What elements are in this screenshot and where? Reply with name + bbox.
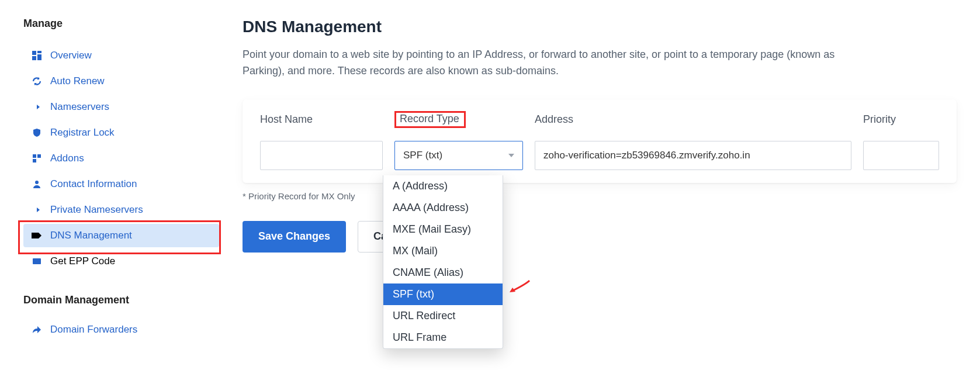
option-cname-alias[interactable]: CNAME (Alias) bbox=[383, 262, 503, 283]
main: DNS Management Point your domain to a we… bbox=[243, 18, 957, 344]
sidebar-item-label: Nameservers bbox=[50, 101, 109, 113]
header-record-type-highlight: Record Type bbox=[394, 111, 466, 128]
address-input[interactable] bbox=[535, 141, 851, 170]
header-priority: Priority bbox=[863, 113, 939, 126]
sidebar-item-auto-renew[interactable]: Auto Renew bbox=[23, 70, 219, 93]
sidebar-list-domain: Domain Forwarders bbox=[23, 318, 219, 341]
sidebar-item-contact-information[interactable]: Contact Information bbox=[23, 172, 219, 196]
option-url-frame[interactable]: URL Frame bbox=[383, 327, 503, 348]
sidebar-item-label: Registrar Lock bbox=[50, 127, 115, 139]
svg-rect-6 bbox=[33, 159, 36, 162]
svg-rect-1 bbox=[37, 51, 41, 53]
sidebar-item-label: DNS Management bbox=[50, 230, 132, 241]
dns-records-card: Host Name Record Type Address Priority S… bbox=[243, 99, 957, 183]
option-mx-mail[interactable]: MX (Mail) bbox=[383, 240, 503, 262]
sidebar-heading-domain: Domain Management bbox=[23, 294, 219, 306]
svg-rect-5 bbox=[37, 154, 41, 158]
save-button[interactable]: Save Changes bbox=[243, 221, 346, 253]
sidebar-item-overview[interactable]: Overview bbox=[23, 44, 219, 67]
tag-icon bbox=[32, 231, 42, 240]
user-icon bbox=[32, 179, 42, 189]
sidebar-list-manage: Overview Auto Renew Nameservers Registra… bbox=[23, 44, 219, 273]
option-spf-txt[interactable]: SPF (txt) bbox=[383, 283, 503, 305]
option-url-redirect[interactable]: URL Redirect bbox=[383, 305, 503, 327]
svg-rect-0 bbox=[32, 51, 36, 55]
renew-icon bbox=[32, 77, 42, 86]
record-type-selected: SPF (txt) bbox=[403, 150, 442, 161]
svg-rect-3 bbox=[32, 56, 36, 60]
shield-icon bbox=[32, 128, 42, 137]
forward-icon bbox=[32, 325, 42, 334]
header-host-name: Host Name bbox=[260, 113, 383, 126]
chevron-down-icon bbox=[508, 154, 514, 157]
sidebar-item-domain-forwarders[interactable]: Domain Forwarders bbox=[23, 318, 219, 341]
sidebar-heading: Manage bbox=[23, 18, 219, 30]
sidebar-item-dns-management[interactable]: DNS Management bbox=[23, 224, 219, 247]
option-mxe-mail-easy[interactable]: MXE (Mail Easy) bbox=[383, 219, 503, 240]
arrow-icon bbox=[32, 205, 42, 215]
record-type-dropdown: A (Address) AAAA (Address) MXE (Mail Eas… bbox=[383, 175, 503, 349]
sidebar-item-get-epp-code[interactable]: Get EPP Code bbox=[23, 250, 219, 273]
svg-rect-2 bbox=[37, 54, 41, 60]
table-row: SPF (txt) bbox=[243, 135, 957, 183]
sidebar-item-registrar-lock[interactable]: Registrar Lock bbox=[23, 121, 219, 144]
option-aaaa-address[interactable]: AAAA (Address) bbox=[383, 197, 503, 219]
svg-rect-4 bbox=[33, 154, 36, 158]
dashboard-icon bbox=[32, 51, 42, 60]
priority-input[interactable] bbox=[863, 141, 939, 170]
arrow-icon bbox=[32, 102, 42, 112]
sidebar-item-addons[interactable]: Addons bbox=[23, 147, 219, 170]
record-type-select[interactable]: SPF (txt) bbox=[394, 141, 523, 170]
svg-rect-8 bbox=[33, 258, 41, 264]
table-header: Host Name Record Type Address Priority bbox=[243, 99, 957, 135]
sidebar-item-label: Private Nameservers bbox=[50, 204, 143, 216]
option-a-address[interactable]: A (Address) bbox=[383, 175, 503, 197]
priority-note: * Priority Record for MX Only bbox=[243, 191, 957, 201]
sidebar-item-private-nameservers[interactable]: Private Nameservers bbox=[23, 198, 219, 222]
header-address: Address bbox=[535, 113, 851, 126]
sidebar-item-label: Auto Renew bbox=[50, 75, 105, 87]
sidebar-item-label: Domain Forwarders bbox=[50, 324, 137, 336]
page-subtitle: Point your domain to a web site by point… bbox=[243, 47, 856, 79]
action-buttons: Save Changes Cancel bbox=[243, 221, 957, 253]
sidebar-item-label: Get EPP Code bbox=[50, 255, 115, 267]
header-record-type: Record Type bbox=[394, 111, 523, 128]
sidebar-item-nameservers[interactable]: Nameservers bbox=[23, 95, 219, 119]
host-name-input[interactable] bbox=[260, 141, 383, 170]
sidebar-item-label: Overview bbox=[50, 50, 92, 61]
sidebar-item-label: Addons bbox=[50, 153, 84, 164]
addons-icon bbox=[32, 154, 42, 163]
epp-icon bbox=[32, 257, 42, 266]
sidebar-item-label: Contact Information bbox=[50, 178, 137, 190]
svg-point-7 bbox=[35, 181, 39, 184]
page-title: DNS Management bbox=[243, 18, 957, 36]
sidebar: Manage Overview Auto Renew Nameservers bbox=[23, 18, 219, 344]
